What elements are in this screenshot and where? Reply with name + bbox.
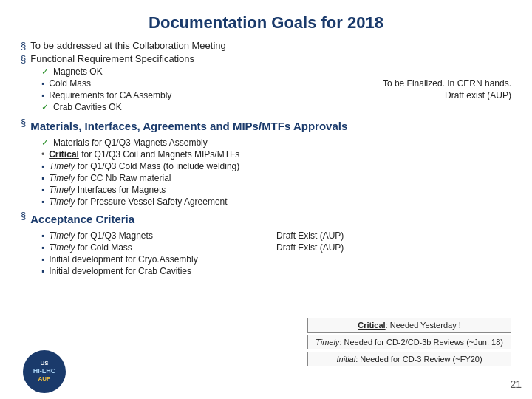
page-number: 21 (510, 378, 522, 390)
logo: US HI-LHC AUP (23, 350, 66, 393)
square-icon-1: ▪ (41, 78, 44, 89)
square-icon-9: ▪ (41, 254, 44, 265)
list-item: Draft Exist (AUP) (276, 242, 511, 253)
section3-subitems: ▪ Timely for Q1/Q3 Magnets ▪ Timely for … (41, 231, 511, 278)
cold-mass-note: To be Finalized. In CERN hands. (383, 78, 511, 89)
legend-initial: Initial: Needed for CD-3 Review (~FY20) (307, 352, 511, 366)
list-item: ▪ Cold Mass To be Finalized. In CERN han… (41, 78, 511, 89)
dot-icon-1: • (41, 149, 44, 160)
section3: § Acceptance Criteria ▪ Timely for Q1/Q3… (21, 210, 511, 278)
section2-subitems: ✓ Materials for Q1/Q3 Magnets Assembly •… (41, 137, 511, 207)
check-icon-3: ✓ (41, 137, 49, 148)
check-icon-2: ✓ (41, 102, 49, 112)
requirements-note: Draft exist (AUP) (445, 90, 511, 100)
square-icon-8: ▪ (41, 242, 44, 253)
list-item: ▪ Timely for Q1/Q3 Cold Mass (to include… (41, 161, 511, 171)
bullet-icon-4: § (21, 210, 26, 221)
square-icon-4: ▪ (41, 173, 44, 183)
square-icon-10: ▪ (41, 266, 44, 276)
list-item: ▪ Timely for Pressure Vessel Safety Agre… (41, 197, 511, 207)
cold-mass-label: Cold Mass (49, 78, 375, 89)
list-item: ▪ Timely for Cold Mass (41, 242, 276, 253)
square-icon-2: ▪ (41, 90, 44, 100)
list-item: ✓ Magnets OK (41, 66, 511, 77)
section3-header: Acceptance Criteria (30, 213, 134, 225)
legend-timely: Timely: Needed for CD-2/CD-3b Reviews (~… (307, 335, 511, 349)
square-icon-7: ▪ (41, 231, 44, 241)
bullet-icon-1: § (21, 40, 26, 51)
section2: § Materials, Interfaces, Agreements and … (21, 117, 511, 207)
bullet-functional: § Functional Requirement Specifications (21, 53, 511, 64)
section3-header-line: § Acceptance Criteria (21, 210, 511, 228)
list-item: • Critical for Q1/Q3 Coil and Magnets MI… (41, 149, 511, 160)
section1: § To be addressed at this Collaboration … (21, 40, 511, 112)
bullet-icon-3: § (21, 117, 26, 128)
page: Documentation Goals for 2018 § To be add… (0, 0, 532, 399)
section3-col-left: ▪ Timely for Q1/Q3 Magnets ▪ Timely for … (41, 231, 276, 278)
check-icon-1: ✓ (41, 66, 49, 77)
list-item: ▪ Requirements for CA Assembly Draft exi… (41, 90, 511, 100)
legend-critical: Critical: Needed Yesterday ! (307, 318, 511, 332)
page-title: Documentation Goals for 2018 (21, 13, 511, 33)
bullet-addressed: § To be addressed at this Collaboration … (21, 40, 511, 51)
list-item: ▪ Initial development for Crab Cavities (41, 266, 276, 276)
section1-subitems: ✓ Magnets OK ▪ Cold Mass To be Finalized… (41, 66, 511, 112)
list-item: ▪ Initial development for Cryo.Assembly (41, 254, 276, 265)
square-icon-5: ▪ (41, 185, 44, 195)
section3-col-right: Draft Exist (AUP) Draft Exist (AUP) (276, 231, 511, 278)
list-item: ✓ Materials for Q1/Q3 Magnets Assembly (41, 137, 511, 148)
section2-header-line: § Materials, Interfaces, Agreements and … (21, 117, 511, 135)
legend-area: Critical: Needed Yesterday ! Timely: Nee… (307, 318, 511, 366)
square-icon-6: ▪ (41, 197, 44, 207)
list-item: ✓ Crab Cavities OK (41, 102, 511, 112)
bullet-icon-2: § (21, 53, 26, 64)
list-item: ▪ Timely Interfaces for Magnets (41, 185, 511, 195)
list-item: Draft Exist (AUP) (276, 231, 511, 241)
logo-area: US HI-LHC AUP (15, 351, 74, 392)
section2-header: Materials, Interfaces, Agreements and MI… (30, 120, 347, 132)
square-icon-3: ▪ (41, 161, 44, 171)
requirements-label: Requirements for CA Assembly (49, 90, 437, 100)
list-item: ▪ Timely for CC Nb Raw material (41, 173, 511, 183)
list-item: ▪ Timely for Q1/Q3 Magnets (41, 231, 276, 241)
